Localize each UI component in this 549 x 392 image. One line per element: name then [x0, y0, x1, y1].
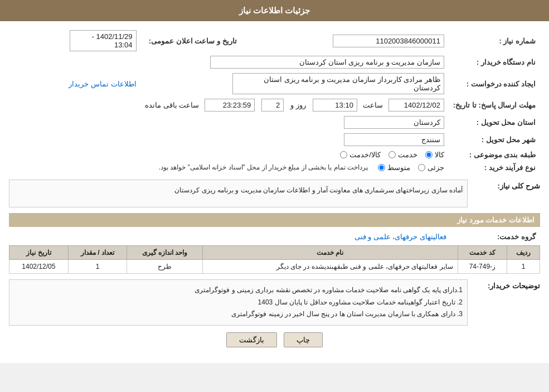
service-table-wrapper: ردیف کد خدمت نام خدمت واحد اندازه گیری ت… — [9, 245, 540, 274]
back-button[interactable]: بازگشت — [226, 332, 277, 347]
cell-code: ز-749-74 — [458, 260, 507, 274]
radio-kala: کالا — [425, 151, 444, 159]
col-vahed: واحد اندازه گیری — [127, 246, 202, 260]
kala-khedmat-label: کالا/خدمت — [349, 151, 381, 159]
radio-khedmat: خدمت — [388, 151, 417, 159]
radio-kala-khedmat: کالا/خدمت — [340, 151, 381, 159]
sharh-koli-value: آماده سازی زیرساختهای سرشماری های معاونت… — [174, 186, 463, 194]
nam-dastgah-field: سازمان مدیریت و برنامه ریزی استان کردستا… — [210, 56, 444, 69]
page-title: جزئیات اطلاعات نیاز — [239, 6, 310, 15]
notes-line: 2. تاریخ اعتبار گواهینامه خدمات صلاحیت م… — [14, 297, 463, 309]
tabaqe-label: طبقه بندی موضوعی : — [449, 148, 540, 161]
cell-vahed: طرح — [127, 260, 202, 274]
col-tarikh: تاریخ نیاز — [9, 246, 69, 260]
sharh-koli-label: شرح کلی نیاز: — [473, 180, 540, 190]
shahr-label: شهر محل تحویل : — [449, 131, 540, 148]
shomare-niaz-field: 1102003846000011 — [333, 35, 444, 47]
khedmat-label: خدمت — [398, 151, 417, 159]
radio-motavaset-input[interactable] — [378, 164, 385, 171]
col-radif: ردیف — [507, 246, 540, 260]
ijad-value: ظاهر مرادی کاربرداز سازمان مدیریت و برنا… — [141, 71, 449, 96]
motavaset-label: متوسط — [387, 163, 410, 172]
gorohe-khedmat-label: گروه خدمت: — [451, 230, 540, 243]
radio-kala-input[interactable] — [425, 151, 433, 158]
table-row: 1 ز-749-74 سایر فعالیتهای حرفهای، علمی و… — [9, 260, 540, 274]
buyer-notes-field: 1.دارای پایه یک گواهی نامه صلاحیت خدمات … — [9, 279, 468, 326]
service-table: ردیف کد خدمت نام خدمت واحد اندازه گیری ت… — [9, 245, 540, 274]
print-button[interactable]: چاپ — [284, 332, 323, 347]
cell-name: سایر فعالیتهای حرفهای، علمی و فنی طبقهبن… — [202, 260, 458, 274]
service-table-header: ردیف کد خدمت نام خدمت واحد اندازه گیری ت… — [9, 246, 540, 260]
cell-tedad: 1 — [68, 260, 127, 274]
radio-kala-khedmat-input[interactable] — [340, 151, 347, 158]
shomare-niaz-value: 1102003846000011 — [241, 28, 449, 54]
mande-label: ساعت باقی مانده — [145, 101, 199, 109]
tarikh-ersal-saat: 13:10 — [313, 99, 357, 112]
ijad-field: ظاهر مرادی کاربرداز سازمان مدیریت و برنا… — [232, 73, 444, 94]
radio-jozi: جزئی — [418, 163, 444, 172]
col-tedad: تعداد / مقدار — [68, 246, 127, 260]
notes-line: 1.دارای پایه یک گواهی نامه صلاحیت خدمات … — [14, 284, 463, 297]
nam-dastgah-value: سازمان مدیریت و برنامه ریزی استان کردستا… — [9, 54, 449, 71]
radio-khedmat-input[interactable] — [388, 151, 396, 158]
rooz-label: روز و — [290, 101, 306, 109]
nam-dastgah-label: نام دستگاه خریدار : — [449, 54, 540, 71]
khedamat-section-title: اطلاعات خدمات مورد نیاز — [9, 213, 540, 227]
saat-label: ساعت — [363, 101, 383, 109]
ostan-label: استان محل تحویل : — [449, 114, 540, 131]
kala-label: کالا — [435, 151, 444, 159]
tamase-kharidbar-link[interactable]: اطلاعات تماس خریدار — [69, 80, 136, 88]
sharh-koli-field: آماده سازی زیرساختهای سرشماری های معاونت… — [9, 180, 468, 207]
col-code: کد خدمت — [458, 246, 507, 260]
tarikh-saat-field: 1402/11/29 - 13:04 — [70, 30, 137, 51]
shomare-niaz-label: شماره نیاز : — [449, 28, 540, 54]
radio-motavaset: متوسط — [378, 163, 410, 172]
farayand-row: جزئی متوسط پرداخت تمام یا بخشی از مبلغ خ… — [9, 161, 449, 174]
gorohe-khedmat-value: فعالیتهای حرفهای، علمی و فنی — [9, 230, 451, 243]
tabaqe-radios: کالا خدمت کالا/خدمت — [9, 148, 449, 161]
tarikh-ersal-row: 1402/12/02 ساعت 13:10 روز و 2 23:23:59 س… — [9, 96, 449, 114]
tarikh-ersal-mande: 23:23:59 — [205, 99, 255, 112]
tarikh-saat-value: 1402/11/29 - 13:04 — [9, 28, 141, 54]
ostan-value: کردستان — [9, 114, 449, 131]
cell-tarikh: 1402/12/05 — [9, 260, 69, 274]
shahr-value: سنندج — [9, 131, 449, 148]
tarikh-ersal-rooz: 2 — [261, 99, 284, 112]
col-name: نام خدمت — [202, 246, 458, 260]
tarikh-saat-label: تاریخ و ساعت اعلان عمومی: — [141, 28, 241, 54]
ostan-field: کردستان — [344, 116, 444, 129]
gorohe-khedmat-link[interactable]: فعالیتهای حرفهای، علمی و فنی — [354, 233, 446, 241]
jozi-label: جزئی — [427, 163, 444, 172]
tamase-kharidbar-cell: اطلاعات تماس خریدار — [9, 71, 141, 96]
buyer-notes-label: توضیحات خریدار: — [473, 279, 540, 290]
khedamat-info-table: گروه خدمت: فعالیتهای حرفهای، علمی و فنی — [9, 230, 540, 243]
tarikh-ersal-date: 1402/12/02 — [388, 99, 444, 112]
radio-jozi-input[interactable] — [418, 164, 425, 171]
main-info-table: شماره نیاز : 1102003846000011 تاریخ و سا… — [9, 28, 540, 174]
tarikh-ersal-label: مهلت ارسال پاسخ: تا تاریخ: — [449, 96, 540, 114]
footer-buttons: چاپ بازگشت — [9, 326, 540, 356]
shahr-field: سنندج — [344, 133, 444, 146]
notes-line: 3. دارای همکاری با سازمان مدیریت استان ه… — [14, 308, 463, 321]
farayand-desc: پرداخت تمام یا بخشی از مبلغ خریدار از مح… — [159, 163, 368, 171]
cell-radif: 1 — [507, 260, 540, 274]
ijad-label: ایجاد کننده درخواست : — [449, 71, 540, 96]
page-header: جزئیات اطلاعات نیاز — [0, 0, 549, 21]
farayand-label: نوع فرآیند خرید : — [449, 161, 540, 174]
